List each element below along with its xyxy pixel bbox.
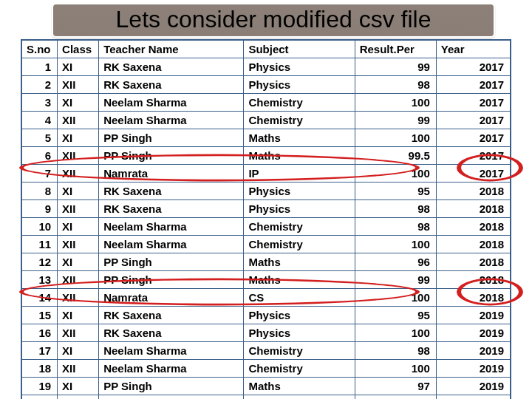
cell-result: 96: [355, 253, 436, 271]
cell-sno: 3: [22, 94, 58, 112]
cell-result: 98: [355, 76, 436, 94]
cell-class: XI: [58, 342, 99, 360]
cell-class: XI: [58, 218, 99, 236]
cell-sno: 16: [22, 324, 58, 342]
cell-year: 2018: [436, 183, 510, 200]
table-row: 2XIIRK SaxenaPhysics982017: [22, 76, 511, 94]
cell-year: 2018: [436, 289, 510, 307]
cell-subject: Maths: [244, 129, 355, 147]
cell-sno: 15: [22, 307, 58, 324]
cell-result: 99: [355, 395, 436, 400]
cell-class: XI: [58, 253, 99, 271]
table-row: 18XIINeelam SharmaChemistry1002019: [22, 360, 511, 378]
cell-result: 100: [355, 324, 436, 342]
cell-class: XII: [58, 289, 99, 307]
cell-year: 2019: [436, 395, 510, 400]
cell-class: XII: [58, 236, 99, 253]
cell-teacher: PP Singh: [99, 271, 244, 289]
cell-year: 2017: [436, 112, 510, 129]
table-row: 20XIIPP SinghMaths992019: [22, 395, 511, 400]
cell-teacher: PP Singh: [99, 378, 244, 395]
cell-subject: Maths: [244, 271, 355, 289]
table-row: 1XIRK SaxenaPhysics992017: [22, 58, 511, 76]
cell-class: XII: [58, 200, 99, 218]
cell-subject: Chemistry: [244, 342, 355, 360]
slide-title: Lets consider modified csv file: [116, 6, 432, 33]
cell-teacher: Neelam Sharma: [99, 218, 244, 236]
cell-year: 2018: [436, 253, 510, 271]
cell-class: XII: [58, 112, 99, 129]
cell-sno: 5: [22, 129, 58, 147]
cell-teacher: PP Singh: [99, 129, 244, 147]
header-sno: S.no: [22, 41, 58, 58]
cell-year: 2018: [436, 200, 510, 218]
cell-sno: 20: [22, 395, 58, 400]
cell-class: XII: [58, 360, 99, 378]
cell-teacher: RK Saxena: [99, 307, 244, 324]
table-row: 17XINeelam SharmaChemistry982019: [22, 342, 511, 360]
cell-subject: CS: [244, 289, 355, 307]
cell-teacher: Neelam Sharma: [99, 94, 244, 112]
table-row: 5XIPP SinghMaths1002017: [22, 129, 511, 147]
cell-teacher: Namrata: [99, 289, 244, 307]
cell-sno: 10: [22, 218, 58, 236]
cell-result: 100: [355, 289, 436, 307]
cell-teacher: RK Saxena: [99, 183, 244, 200]
cell-teacher: Neelam Sharma: [99, 360, 244, 378]
cell-result: 100: [355, 360, 436, 378]
slide-title-box: Lets consider modified csv file: [52, 3, 495, 38]
cell-subject: Physics: [244, 307, 355, 324]
cell-year: 2017: [436, 58, 510, 76]
header-year: Year: [436, 41, 510, 58]
cell-result: 99: [355, 271, 436, 289]
cell-teacher: RK Saxena: [99, 76, 244, 94]
cell-year: 2019: [436, 378, 510, 395]
table-row: 19XIPP SinghMaths972019: [22, 378, 511, 395]
cell-subject: Physics: [244, 324, 355, 342]
cell-subject: Physics: [244, 76, 355, 94]
cell-year: 2018: [436, 218, 510, 236]
cell-sno: 4: [22, 112, 58, 129]
table-row: 3XINeelam SharmaChemistry1002017: [22, 94, 511, 112]
cell-class: XII: [58, 271, 99, 289]
cell-year: 2017: [436, 147, 510, 165]
cell-year: 2018: [436, 236, 510, 253]
cell-subject: Chemistry: [244, 360, 355, 378]
cell-year: 2017: [436, 129, 510, 147]
cell-sno: 9: [22, 200, 58, 218]
header-subject: Subject: [244, 41, 355, 58]
cell-result: 99.5: [355, 147, 436, 165]
cell-sno: 1: [22, 58, 58, 76]
cell-sno: 8: [22, 183, 58, 200]
cell-sno: 7: [22, 165, 58, 183]
cell-result: 98: [355, 218, 436, 236]
cell-teacher: RK Saxena: [99, 200, 244, 218]
cell-subject: Physics: [244, 183, 355, 200]
cell-teacher: Neelam Sharma: [99, 236, 244, 253]
cell-result: 100: [355, 165, 436, 183]
cell-subject: IP: [244, 165, 355, 183]
cell-subject: Maths: [244, 253, 355, 271]
cell-subject: Maths: [244, 395, 355, 400]
cell-result: 100: [355, 236, 436, 253]
cell-subject: Chemistry: [244, 218, 355, 236]
table-header-row: S.no Class Teacher Name Subject Result.P…: [22, 41, 511, 58]
cell-class: XI: [58, 307, 99, 324]
cell-result: 97: [355, 378, 436, 395]
cell-teacher: Namrata: [99, 165, 244, 183]
table-row: 4XIINeelam SharmaChemistry992017: [22, 112, 511, 129]
table-row: 15XIRK SaxenaPhysics952019: [22, 307, 511, 324]
cell-result: 95: [355, 307, 436, 324]
cell-teacher: PP Singh: [99, 253, 244, 271]
cell-year: 2019: [436, 342, 510, 360]
cell-teacher: Neelam Sharma: [99, 342, 244, 360]
cell-year: 2017: [436, 165, 510, 183]
cell-class: XII: [58, 395, 99, 400]
cell-result: 95: [355, 183, 436, 200]
cell-class: XI: [58, 378, 99, 395]
cell-subject: Physics: [244, 58, 355, 76]
cell-result: 99: [355, 58, 436, 76]
cell-subject: Maths: [244, 378, 355, 395]
cell-sno: 19: [22, 378, 58, 395]
table-row: 6XIIPP SinghMaths99.52017: [22, 147, 511, 165]
